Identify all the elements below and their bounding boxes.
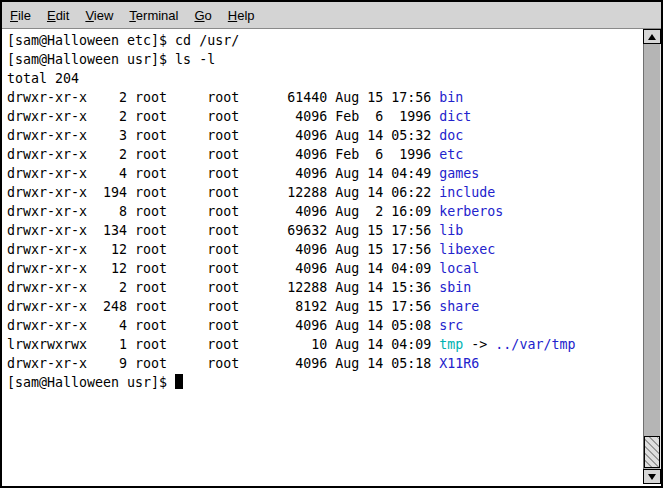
terminal-text-segment: lib xyxy=(439,223,463,238)
terminal-text-segment: drwxr-xr-x 4 root root 4096 Aug 14 05:08 xyxy=(7,318,439,333)
terminal-text-segment: drwxr-xr-x 2 root root 4096 Feb 6 1996 xyxy=(7,147,439,162)
scrollbar[interactable] xyxy=(643,29,661,486)
scroll-down-button[interactable] xyxy=(643,469,661,484)
scrollbar-trough[interactable] xyxy=(643,44,661,469)
terminal-line: drwxr-xr-x 2 root root 61440 Aug 15 17:5… xyxy=(7,88,643,107)
terminal-line: drwxr-xr-x 12 root root 4096 Aug 15 17:5… xyxy=(7,240,643,259)
terminal-text-segment: drwxr-xr-x 248 root root 8192 Aug 15 17:… xyxy=(7,299,439,314)
terminal-line: [sam@Halloween usr]$ xyxy=(7,373,643,392)
terminal-line: drwxr-xr-x 194 root root 12288 Aug 14 06… xyxy=(7,183,643,202)
terminal-text-segment: lrwxrwxrwx 1 root root 10 Aug 14 04:09 xyxy=(7,337,439,352)
terminal-text-segment: drwxr-xr-x 12 root root 4096 Aug 14 04:0… xyxy=(7,261,439,276)
scroll-up-button[interactable] xyxy=(643,29,661,44)
terminal-text-segment: drwxr-xr-x 9 root root 4096 Aug 14 05:18 xyxy=(7,356,439,371)
terminal-text-segment: [sam@Halloween usr]$ xyxy=(7,375,175,390)
terminal-cursor xyxy=(175,374,183,389)
terminal-text-segment: drwxr-xr-x 134 root root 69632 Aug 15 17… xyxy=(7,223,439,238)
terminal-window: FileEditViewTerminalGoHelp [sam@Hallowee… xyxy=(0,0,663,488)
menu-file[interactable]: File xyxy=(2,3,39,28)
terminal-line: drwxr-xr-x 4 root root 4096 Aug 14 05:08… xyxy=(7,316,643,335)
arrow-down-icon xyxy=(648,474,656,480)
terminal-output[interactable]: [sam@Halloween etc]$ cd /usr/[sam@Hallow… xyxy=(2,29,643,486)
terminal-text-segment: src xyxy=(439,318,463,333)
terminal-line: drwxr-xr-x 248 root root 8192 Aug 15 17:… xyxy=(7,297,643,316)
terminal-text-segment: drwxr-xr-x 194 root root 12288 Aug 14 06… xyxy=(7,185,439,200)
terminal-text-segment: sbin xyxy=(439,280,471,295)
terminal-text-segment: drwxr-xr-x 3 root root 4096 Aug 14 05:32 xyxy=(7,128,439,143)
terminal-text-segment: drwxr-xr-x 12 root root 4096 Aug 15 17:5… xyxy=(7,242,439,257)
terminal-line: drwxr-xr-x 2 root root 4096 Feb 6 1996 e… xyxy=(7,145,643,164)
terminal-line: drwxr-xr-x 134 root root 69632 Aug 15 17… xyxy=(7,221,643,240)
terminal-text-segment: [sam@Halloween usr]$ ls -l xyxy=(7,52,215,67)
terminal-text-segment: libexec xyxy=(439,242,495,257)
terminal-text-segment: kerberos xyxy=(439,204,503,219)
terminal-line: drwxr-xr-x 12 root root 4096 Aug 14 04:0… xyxy=(7,259,643,278)
terminal-line: lrwxrwxrwx 1 root root 10 Aug 14 04:09 t… xyxy=(7,335,643,354)
terminal-text-segment: -> xyxy=(463,337,495,352)
terminal-line: [sam@Halloween etc]$ cd /usr/ xyxy=(7,31,643,50)
terminal-line: drwxr-xr-x 2 root root 4096 Feb 6 1996 d… xyxy=(7,107,643,126)
terminal-line: drwxr-xr-x 3 root root 4096 Aug 14 05:32… xyxy=(7,126,643,145)
terminal-text-segment: bin xyxy=(439,90,463,105)
terminal-line: drwxr-xr-x 2 root root 12288 Aug 14 15:3… xyxy=(7,278,643,297)
terminal-text-segment: games xyxy=(439,166,479,181)
terminal-text-segment: etc xyxy=(439,147,463,162)
terminal-line: drwxr-xr-x 9 root root 4096 Aug 14 05:18… xyxy=(7,354,643,373)
menu-terminal[interactable]: Terminal xyxy=(121,3,186,28)
terminal-content: [sam@Halloween etc]$ cd /usr/[sam@Hallow… xyxy=(2,29,661,486)
terminal-text-segment: doc xyxy=(439,128,463,143)
terminal-text-segment: drwxr-xr-x 4 root root 4096 Aug 14 04:49 xyxy=(7,166,439,181)
terminal-text-segment: dict xyxy=(439,109,471,124)
menu-view[interactable]: View xyxy=(77,3,121,28)
terminal-text-segment: tmp xyxy=(439,337,463,352)
arrow-up-icon xyxy=(648,34,656,40)
menu-bar: FileEditViewTerminalGoHelp xyxy=(2,2,661,29)
terminal-text-segment: drwxr-xr-x 2 root root 4096 Feb 6 1996 xyxy=(7,109,439,124)
terminal-text-segment: drwxr-xr-x 2 root root 61440 Aug 15 17:5… xyxy=(7,90,439,105)
terminal-text-segment: drwxr-xr-x 8 root root 4096 Aug 2 16:09 xyxy=(7,204,439,219)
terminal-text-segment: total 204 xyxy=(7,71,79,86)
scrollbar-thumb[interactable] xyxy=(644,436,660,468)
terminal-text-segment: ../var/tmp xyxy=(495,337,575,352)
terminal-text-segment: include xyxy=(439,185,495,200)
menu-go[interactable]: Go xyxy=(186,3,219,28)
terminal-text-segment: X11R6 xyxy=(439,356,479,371)
terminal-text-segment: share xyxy=(439,299,479,314)
menu-help[interactable]: Help xyxy=(220,3,263,28)
terminal-text-segment: [sam@Halloween etc]$ cd /usr/ xyxy=(7,33,239,48)
terminal-line: drwxr-xr-x 4 root root 4096 Aug 14 04:49… xyxy=(7,164,643,183)
terminal-line: drwxr-xr-x 8 root root 4096 Aug 2 16:09 … xyxy=(7,202,643,221)
terminal-text-segment: drwxr-xr-x 2 root root 12288 Aug 14 15:3… xyxy=(7,280,439,295)
terminal-line: total 204 xyxy=(7,69,643,88)
menu-edit[interactable]: Edit xyxy=(39,3,77,28)
terminal-text-segment: local xyxy=(439,261,479,276)
terminal-line: [sam@Halloween usr]$ ls -l xyxy=(7,50,643,69)
